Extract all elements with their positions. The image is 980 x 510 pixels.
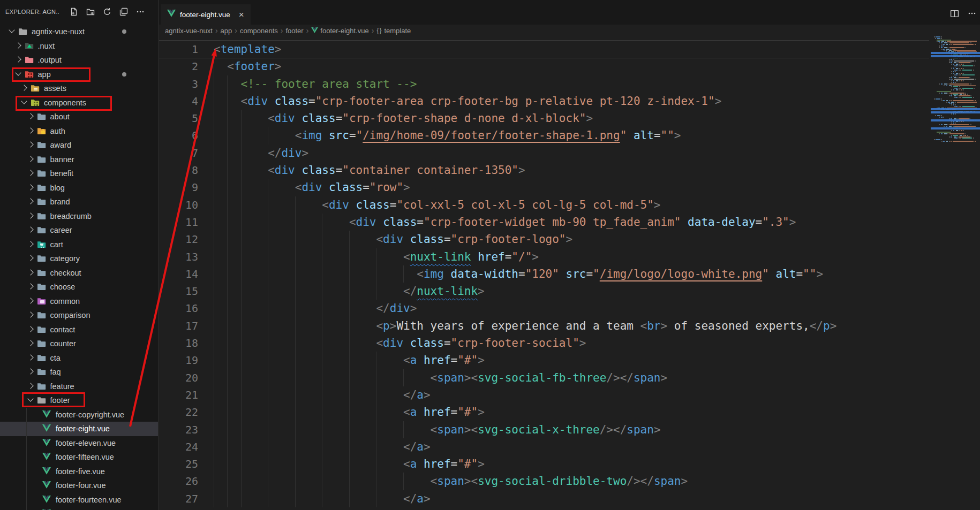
breadcrumb-item-footer[interactable]: footer [285, 27, 303, 35]
chevron-right-icon[interactable] [26, 297, 35, 306]
new-folder-icon[interactable] [86, 7, 95, 17]
chevron-right-icon[interactable] [26, 311, 35, 319]
chevron-down-icon[interactable] [14, 70, 22, 79]
tab-footer-eight[interactable]: footer-eight.vue × [161, 4, 251, 25]
indent-guide [322, 404, 322, 421]
breadcrumb-item-agntix-vue-nuxt[interactable]: agntix-vue-nuxt [165, 27, 213, 35]
tree-item-category[interactable]: category [0, 252, 158, 266]
chevron-right-icon[interactable] [26, 269, 35, 277]
breadcrumb-item-components[interactable]: components [240, 27, 278, 35]
chevron-right-icon[interactable] [26, 112, 35, 121]
indent-guide [295, 369, 296, 386]
tree-item-faq[interactable]: faq [0, 365, 158, 379]
chevron-right-icon[interactable] [26, 254, 35, 263]
chevron-right-icon[interactable] [26, 155, 35, 164]
line-number: 23 [159, 421, 198, 438]
tree-item-about[interactable]: about [0, 110, 158, 124]
tree-item-choose[interactable]: choose [0, 280, 158, 294]
chevron-right-icon[interactable] [26, 226, 35, 234]
indent-guide [214, 231, 214, 248]
tree-item-cart[interactable]: cart [0, 238, 158, 252]
tab-close-icon[interactable]: × [239, 10, 244, 19]
folder-icon [37, 212, 47, 220]
tree-item-partial[interactable] [0, 507, 158, 510]
minimap-row [931, 103, 980, 104]
chevron-down-icon[interactable] [20, 98, 28, 107]
chevron-right-icon[interactable] [26, 141, 35, 149]
tree-item-footer-eight-vue[interactable]: footer-eight.vue [0, 422, 158, 436]
tree-item-banner[interactable]: banner [0, 153, 158, 167]
indent-guide [214, 196, 214, 214]
chevron-right-icon[interactable] [26, 169, 35, 178]
minimap[interactable] [931, 36, 980, 510]
tree-item-counter[interactable]: counter [0, 337, 158, 351]
tree-item-footer-four-vue[interactable]: footer-four.vue [0, 478, 158, 493]
tree-item-benefit[interactable]: benefit [0, 166, 158, 181]
new-file-icon[interactable] [69, 7, 79, 17]
indent-guide [322, 214, 322, 231]
tree-item-assets[interactable]: assets [0, 81, 158, 96]
chevron-right-icon[interactable] [26, 127, 35, 135]
chevron-right-icon[interactable] [14, 42, 22, 50]
tree-item-award[interactable]: award [0, 138, 158, 153]
chevron-down-icon[interactable] [26, 396, 35, 405]
chevron-down-icon[interactable] [7, 27, 16, 36]
explorer-sidebar: EXPLORER: AGN... [0, 0, 159, 510]
breadcrumb-item-template[interactable]: {}template [376, 27, 411, 35]
code-editor[interactable]: 1234567891011121314151617181920212223242… [159, 36, 980, 510]
collapse-folders-icon[interactable] [119, 7, 129, 17]
tree-item--output[interactable]: .output [0, 53, 158, 67]
chevron-right-icon[interactable] [26, 283, 35, 291]
tree-item-footer-five-vue[interactable]: footer-five.vue [0, 465, 158, 479]
tree-item-agntix-vue-nuxt[interactable]: agntix-vue-nuxt [0, 25, 158, 39]
minimap-row [931, 100, 980, 101]
tree-item--nuxt[interactable]: .nuxt [0, 39, 158, 54]
breadcrumb-item-app[interactable]: app [221, 27, 232, 35]
split-editor-icon[interactable] [949, 9, 959, 18]
tree-item-footer-fourteen-vue[interactable]: footer-fourteen.vue [0, 493, 158, 507]
breadcrumb-item-footer-eight-vue[interactable]: footer-eight.vue [311, 27, 368, 35]
indent-guide [295, 248, 296, 265]
chevron-right-icon[interactable] [26, 184, 35, 192]
tree-item-career[interactable]: career [0, 223, 158, 238]
tree-item-contact[interactable]: contact [0, 323, 158, 337]
chevron-right-icon[interactable] [26, 212, 35, 220]
minimap-row [931, 130, 980, 131]
tree-item-common[interactable]: common [0, 294, 158, 309]
indent-guide [268, 438, 268, 455]
chevron-right-icon[interactable] [26, 354, 35, 362]
tree-item-brand[interactable]: brand [0, 195, 158, 209]
chevron-right-icon[interactable] [26, 325, 35, 334]
tree-item-label: counter [50, 339, 76, 348]
tree-item-footer-eleven-vue[interactable]: footer-eleven.vue [0, 436, 158, 451]
editor-more-actions-icon[interactable] [967, 9, 977, 18]
indent-guide [241, 473, 242, 490]
modified-badge-dot [122, 29, 126, 34]
tree-item-breadcrumb[interactable]: breadcrumb [0, 209, 158, 224]
chevron-right-icon[interactable] [14, 56, 22, 64]
tree-item-checkout[interactable]: checkout [0, 266, 158, 280]
tree-item-footer-fifteen-vue[interactable]: footer-fifteen.vue [0, 450, 158, 465]
chevron-right-icon[interactable] [26, 382, 35, 391]
chevron-right-icon[interactable] [26, 197, 35, 206]
tree-item-auth[interactable]: auth [0, 124, 158, 139]
tree-item-comparison[interactable]: comparison [0, 308, 158, 323]
chevron-right-icon[interactable] [26, 240, 35, 249]
breadcrumb-separator: › [306, 26, 309, 35]
minimap-row [931, 106, 980, 107]
tree-item-cta[interactable]: cta [0, 351, 158, 366]
chevron-right-icon[interactable] [26, 368, 35, 376]
tree-item-app[interactable]: app [0, 67, 158, 82]
chevron-right-icon[interactable] [20, 84, 28, 93]
tree-item-footer[interactable]: footer [0, 393, 158, 408]
refresh-icon[interactable] [102, 7, 112, 17]
sidebar-more-actions-icon[interactable] [135, 7, 145, 17]
chevron-right-icon[interactable] [26, 339, 35, 348]
tree-item-components[interactable]: components [0, 96, 158, 110]
tree-item-feature[interactable]: feature [0, 379, 158, 394]
folder-components-icon [31, 98, 40, 107]
indent-guide [241, 300, 242, 317]
tree-item-blog[interactable]: blog [0, 181, 158, 195]
tree-item-footer-copyright-vue[interactable]: footer-copyright.vue [0, 408, 158, 422]
minimap-row [931, 115, 980, 116]
